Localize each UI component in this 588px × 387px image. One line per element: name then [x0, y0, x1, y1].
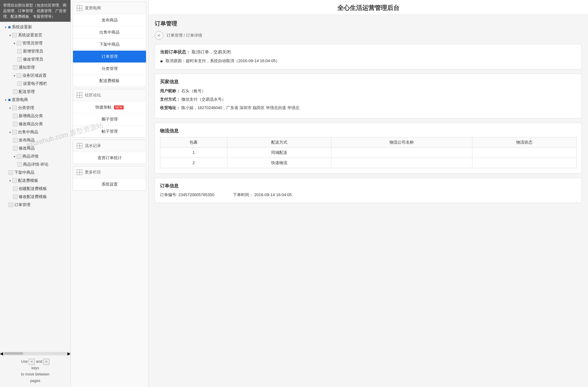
sidebar-item-admin-mgmt[interactable]: □ 管理员管理: [0, 39, 71, 47]
delivery-method: 快递物流: [227, 158, 331, 168]
sidebar-item-label: 配送管理: [19, 89, 35, 94]
sidebar-item-label: 通知管理: [19, 65, 35, 70]
sidebar-item-label: 修改商品: [19, 145, 35, 151]
horizontal-scrollbar[interactable]: ◀ ▶: [0, 352, 71, 355]
circle-mgmt-menu-item[interactable]: 圈子管理: [73, 113, 146, 126]
buyer-info-card: 买家信息 用户昵称： 石头（账号） 支付方式： 微信支付（交易流水号） 收货地址…: [155, 74, 582, 118]
order-mgmt-menu-item[interactable]: 订单管理: [73, 51, 146, 63]
sidebar-item-notice-mgmt[interactable]: □ 通知管理: [0, 63, 71, 71]
box-icon: □: [12, 106, 17, 110]
col-method: 配送方式: [227, 137, 331, 147]
flow-record-section: 流水记录 直营订单统计: [73, 140, 146, 164]
box-icon: □: [17, 41, 21, 45]
box-icon: □: [13, 195, 17, 199]
sidebar-item-on-sale-goods[interactable]: □ 出售中商品: [0, 128, 71, 136]
expand-icon: [9, 34, 11, 37]
sidebar-item-edit-admin[interactable]: □ 修改管理员: [0, 55, 71, 63]
off-sale-menu-item[interactable]: 下架中商品: [73, 39, 146, 51]
hint-keys: keys: [31, 366, 39, 370]
sidebar-item-label: 直营电商: [12, 97, 28, 103]
sidebar-item-delivery-mgmt[interactable]: □ 配送管理: [0, 88, 71, 96]
order-bottom-row: 订单编号: 2345720005765350 下单时间： 2016-09-14 …: [160, 192, 577, 198]
nickname-value: 石头（账号）: [181, 89, 206, 93]
publish-goods-menu-item[interactable]: 发布商品: [73, 14, 146, 26]
box-icon: □: [9, 203, 13, 207]
col-status: 物流状态: [472, 137, 576, 147]
box-icon: □: [13, 122, 17, 126]
sidebar-item-label: 修改管理员: [23, 57, 43, 62]
payment-value: 微信支付（交易流水号）: [181, 97, 226, 102]
cat-mgmt-menu-item[interactable]: 分类管理: [73, 63, 146, 75]
sidebar-item-add-cat[interactable]: □ 新增商品分类: [0, 112, 71, 120]
scroll-left-btn[interactable]: ◀: [0, 352, 3, 355]
order-info-title: 订单信息: [160, 183, 577, 189]
direct-ecom-header: 直营电商: [73, 2, 146, 14]
sidebar-item-label: 业务区域设置: [22, 73, 47, 78]
box-icon: □: [17, 154, 21, 159]
box-icon: □: [17, 162, 22, 167]
sidebar-item-add-admin[interactable]: □ 新增管理员: [0, 47, 71, 55]
box-icon: □: [9, 170, 13, 175]
sidebar-item-shipping-template[interactable]: □ 配送费模板: [0, 177, 71, 185]
logistics-table: 包裹 配送方式 物流公司名称 物流状态 1 同城配送 2: [160, 137, 577, 168]
sys-settings-menu-item[interactable]: 系统设置: [73, 178, 146, 190]
sidebar-item-off-sale-goods[interactable]: □ 下架中商品: [0, 168, 71, 177]
col-company: 物流公司名称: [331, 137, 472, 147]
status-card: 当前订单状态： 取消订单，交易关闭 ● 取消原因： 超时未支付，系统自动取消（2…: [155, 44, 582, 69]
logistics-status: [472, 158, 576, 168]
sidebar-item-label: 配送费模板: [18, 178, 38, 183]
sidebar-item-create-shipping[interactable]: □ 创建配送费模板: [0, 185, 71, 193]
sidebar-item-edit-shipping[interactable]: □ 修改配送费模板: [0, 193, 71, 201]
cancel-reason-value: 超时未支付，系统自动取消（2016-09-14 16:04:05）: [186, 58, 280, 64]
prev-page-button[interactable]: <: [29, 359, 35, 365]
sidebar-item-biz-area[interactable]: □ 业务区域设置: [0, 71, 71, 80]
sidebar-item-goods-detail[interactable]: □ 商品详情: [0, 152, 71, 160]
cancel-reason-label: 取消原因：: [166, 58, 186, 64]
content-area: 订单管理 < 订单管理 / 订单详情 当前订单状态： 取消订单，交易关闭 ● 取…: [148, 15, 588, 387]
direct-order-stat-menu-item[interactable]: 直营订单统计: [73, 152, 146, 164]
scroll-thumb[interactable]: [4, 352, 23, 355]
hint-move: to move between: [21, 372, 49, 376]
sidebar-item-edit-goods[interactable]: □ 修改商品: [0, 144, 71, 152]
on-sale-menu-item[interactable]: 出售中商品: [73, 26, 146, 39]
box-icon: □: [17, 57, 22, 62]
hint-use: Use: [21, 359, 28, 364]
sidebar-item-goods-detail-comment[interactable]: □ 商品详情-评论: [0, 160, 71, 168]
payment-label: 支付方式：: [160, 97, 180, 102]
sidebar-item-publish-goods[interactable]: □ 发布商品: [0, 136, 71, 144]
next-page-button[interactable]: >: [43, 359, 49, 365]
box-icon: □: [13, 114, 17, 118]
sidebar-item-cat-mgmt[interactable]: □ 分类管理: [0, 104, 71, 112]
expand-icon: [4, 25, 7, 29]
box-icon: □: [12, 33, 17, 37]
quick-post-label: 快捷发帖: [95, 105, 112, 109]
current-status-label: 当前订单状态：: [160, 49, 190, 54]
scroll-right-btn[interactable]: ▶: [67, 352, 71, 355]
sidebar-item-label: 系统设置首页: [18, 32, 42, 38]
sidebar-item-direct-ecom[interactable]: ■ 直营电商: [0, 96, 71, 104]
box-icon: □: [12, 178, 17, 183]
app-title: 全心生活运营管理后台: [155, 4, 582, 12]
box-icon: □: [17, 73, 21, 78]
cancel-reason-line: ● 取消原因： 超时未支付，系统自动取消（2016-09-14 16:04:05…: [160, 58, 577, 64]
folder-icon: ■: [8, 97, 11, 102]
post-mgmt-menu-item[interactable]: 帖子管理: [73, 126, 146, 137]
order-no-value: 2345720005765350: [178, 192, 214, 197]
sidebar-item-label: 新增商品分类: [19, 113, 43, 119]
buyer-address-row: 收货地址： 陈小姐，18270246040，广东省 深圳市 福田区 华强北街道 …: [160, 105, 577, 111]
box-icon: □: [17, 49, 22, 53]
sidebar-item-set-fence[interactable]: □ 设置电子围栏: [0, 80, 71, 88]
more-section: 更多栏目 系统设置: [73, 166, 146, 191]
sidebar-item-edit-cat[interactable]: □ 修改商品分类: [0, 120, 71, 128]
sidebar-item-order-mgmt-nav[interactable]: □ 订单管理: [0, 201, 71, 209]
pkg-no: 1: [160, 147, 227, 158]
sidebar: 管理后台部分原型（包含社区管理、商品管理、订单管理、优惠管理、广告管理、配送费模…: [0, 0, 71, 387]
scroll-track: [3, 352, 67, 355]
back-button[interactable]: <: [155, 31, 163, 40]
table-row: 2 快递物流: [160, 158, 577, 168]
shipping-tmpl-menu-item[interactable]: 配送费模板: [73, 75, 146, 87]
sidebar-item-sys-home[interactable]: □ 系统设置首页: [0, 31, 71, 39]
section-title: 流水记录: [85, 143, 101, 149]
sidebar-item-sys-settings[interactable]: ■ 系统设置新: [0, 23, 71, 31]
quick-post-menu-item[interactable]: 快捷发帖 NEW: [73, 101, 146, 113]
